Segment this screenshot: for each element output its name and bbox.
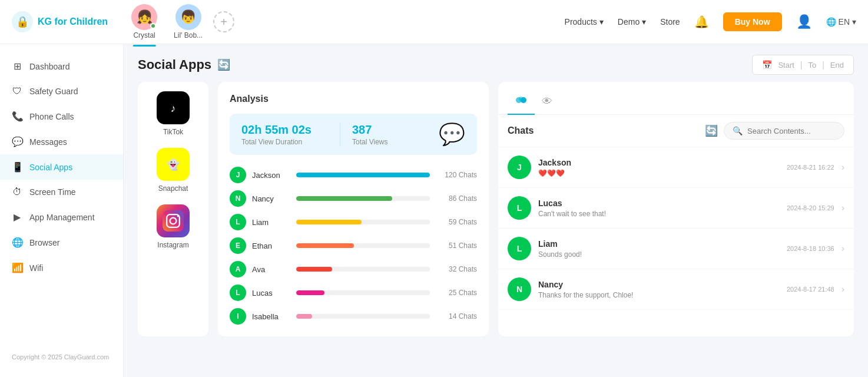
main-layout: ⊞ Dashboard 🛡 Safety Guard 📞 Phone Calls… [0, 44, 868, 377]
eye-icon: 👁 [542, 95, 552, 107]
sidebar-footer: Copyright © 2025 ClayGuard.com [0, 346, 123, 368]
svg-text:🔒: 🔒 [16, 15, 29, 28]
total-duration-value: 02h 55m 02s [241, 123, 328, 137]
logo[interactable]: 🔒 KG for Children [12, 11, 108, 32]
online-indicator [150, 23, 156, 29]
sidebar-item-social-apps[interactable]: 📱 Social Apps [0, 154, 123, 180]
tiktok-icon: ♪ [157, 91, 190, 124]
sidebar-item-screen-time[interactable]: ⏱ Screen Time [0, 180, 123, 204]
add-profile-button[interactable]: + [213, 11, 234, 32]
snapchat-logo: 👻 [163, 154, 184, 175]
dashboard-icon: ⊞ [12, 61, 22, 72]
chart-count: 59 Chats [436, 218, 477, 226]
sidebar-item-dashboard[interactable]: ⊞ Dashboard [0, 54, 123, 79]
chart-name: Lucas [252, 289, 290, 297]
chart-row: E Ethan 51 Chats [230, 237, 477, 254]
chats-tabs: 👁 [498, 82, 854, 115]
profile-tab-bob[interactable]: 👦 Lil' Bob... [168, 2, 208, 42]
chart-bar [296, 314, 312, 319]
total-views-label: Total Views [352, 138, 439, 146]
chat-avatar: L [508, 196, 531, 220]
search-box[interactable]: 🔍 [724, 122, 844, 140]
sidebar-item-wifi[interactable]: 📶 Wifi [0, 255, 123, 280]
notification-bell-icon[interactable]: 🔔 [694, 15, 709, 29]
chat-avatar: L [508, 237, 531, 260]
stat-divider [340, 123, 340, 146]
app-item-tiktok[interactable]: ♪ TikTok [157, 91, 190, 136]
sidebar-item-browser[interactable]: 🌐 Browser [0, 230, 123, 255]
chat-time: 2024-8-18 10:36 [787, 245, 834, 252]
chat-person-info: Nancy Thanks for the support, Chloe! [538, 280, 780, 299]
chart-bar [296, 196, 392, 201]
chat-preview: Thanks for the support, Chloe! [538, 291, 780, 299]
app-management-icon: ▶ [12, 211, 22, 223]
sidebar-item-phone-calls[interactable]: 📞 Phone Calls [0, 104, 123, 129]
page-header: Social Apps 🔄 📅 Start | To | End [124, 44, 868, 82]
chat-preview-text: Thanks for the support, Chloe! [538, 291, 633, 299]
chats-panel: 👁 Chats 🔄 🔍 J Jackson ❤️❤️❤️ [498, 82, 854, 336]
chat-preview: Sounds good! [538, 250, 780, 259]
analysis-panel: Analysis 02h 55m 02s Total View Duration… [218, 82, 489, 336]
messages-icon: 💬 [12, 136, 22, 147]
chart-row: N Nancy 86 Chats [230, 190, 477, 207]
chat-list-item[interactable]: N Nancy Thanks for the support, Chloe! 2… [498, 269, 854, 310]
end-date-label[interactable]: End [830, 61, 844, 70]
chevron-right-icon: › [842, 162, 844, 173]
stats-row: 02h 55m 02s Total View Duration 387 Tota… [230, 114, 477, 155]
date-filter: 📅 Start | To | End [752, 55, 854, 75]
nav-products[interactable]: Products ▾ [565, 17, 604, 27]
chart-avatar: L [230, 285, 246, 301]
sidebar-item-messages[interactable]: 💬 Messages [0, 129, 123, 154]
app-item-snapchat[interactable]: 👻 Snapchat [157, 148, 190, 193]
chart-count: 120 Chats [436, 171, 477, 179]
chat-person-info: Liam Sounds good! [538, 239, 780, 259]
chart-name: Liam [252, 218, 290, 227]
social-apps-icon: 📱 [12, 161, 22, 173]
chat-list-item[interactable]: J Jackson ❤️❤️❤️ 2024-8-21 16:22 › [498, 147, 854, 188]
chart-name: Nancy [252, 194, 290, 203]
nav-store[interactable]: Store [660, 17, 680, 27]
chart-count: 25 Chats [436, 289, 477, 297]
nav-demo[interactable]: Demo ▾ [618, 17, 646, 27]
chart-bar [296, 243, 354, 248]
chat-list: J Jackson ❤️❤️❤️ 2024-8-21 16:22 › L Luc… [498, 147, 854, 310]
search-input[interactable] [747, 127, 836, 135]
chart-count: 86 Chats [436, 194, 477, 203]
profile-name-crystal: Crystal [133, 31, 155, 39]
chevron-right-icon: › [842, 284, 844, 295]
analysis-title: Analysis [230, 94, 477, 104]
refresh-icon[interactable]: 🔄 [217, 58, 230, 71]
chart-row: L Liam 59 Chats [230, 214, 477, 230]
sidebar-item-safety-guard[interactable]: 🛡 Safety Guard [0, 79, 123, 104]
svg-text:👻: 👻 [167, 158, 180, 171]
app-item-instagram[interactable]: Instagram [157, 204, 190, 249]
tab-chats[interactable] [508, 89, 535, 114]
chat-list-item[interactable]: L Lucas Can't wait to see that! 2024-8-2… [498, 188, 854, 229]
buy-now-button[interactable]: Buy Now [723, 12, 782, 31]
chat-preview-text: Sounds good! [538, 250, 582, 259]
chat-tab-icon [515, 94, 528, 107]
chart-bar [296, 267, 332, 272]
sidebar: ⊞ Dashboard 🛡 Safety Guard 📞 Phone Calls… [0, 44, 124, 377]
chart-bar-bg [296, 173, 430, 177]
profile-tab-crystal[interactable]: 👧 Crystal [125, 2, 163, 42]
profile-name-bob: Lil' Bob... [174, 31, 203, 39]
chat-list-item[interactable]: L Liam Sounds good! 2024-8-18 10:36 › [498, 229, 854, 269]
tiktok-logo: ♪ [163, 97, 184, 118]
svg-point-12 [519, 97, 524, 101]
svg-text:♪: ♪ [171, 102, 176, 114]
start-date-label[interactable]: Start [778, 61, 794, 70]
filter-icon[interactable]: 🔄 [705, 124, 718, 137]
chat-person-name: Lucas [538, 199, 780, 208]
svg-rect-6 [163, 210, 184, 232]
chart-bar-bg [296, 220, 430, 224]
language-selector[interactable]: 🌐 EN ▾ [826, 17, 856, 27]
chart-bar [296, 220, 362, 224]
user-account-icon[interactable]: 👤 [796, 14, 812, 29]
tab-monitor[interactable]: 👁 [535, 91, 559, 113]
shield-icon: 🛡 [12, 86, 22, 97]
chevron-right-icon: › [842, 203, 844, 213]
sidebar-item-app-management[interactable]: ▶ App Management [0, 204, 123, 230]
chart-bar-bg [296, 290, 430, 295]
logo-text: KG for Children [38, 16, 108, 27]
